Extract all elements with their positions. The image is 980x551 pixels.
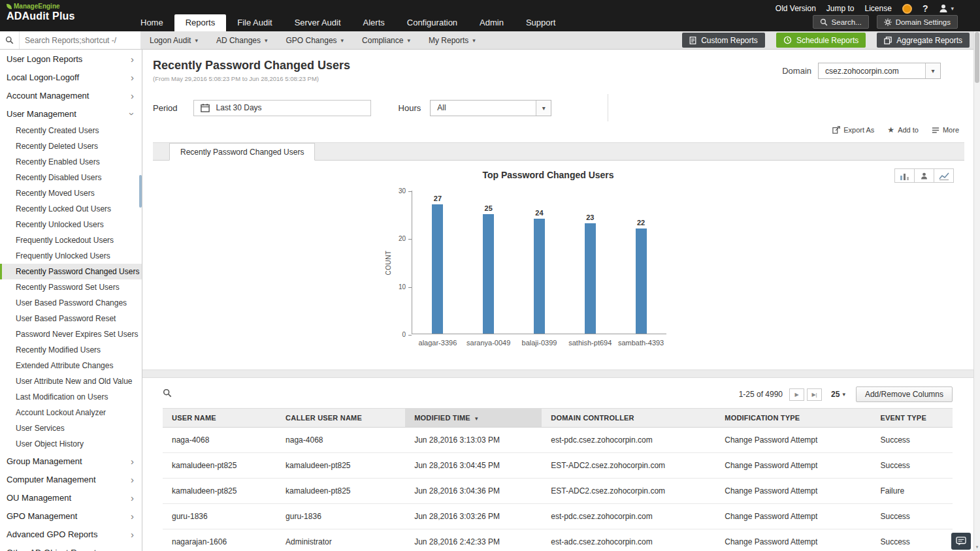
- summary-view-button[interactable]: [914, 168, 934, 183]
- custom-reports-button[interactable]: Custom Reports: [682, 33, 765, 48]
- chevron-down-icon: ▾: [341, 31, 344, 50]
- sidebar-item-user-object-history[interactable]: User Object History: [0, 436, 142, 452]
- chart-bar[interactable]: [483, 214, 494, 334]
- menu-logon-audit[interactable]: Logon Audit ▾: [140, 31, 207, 49]
- sidebar-group-gpo-management[interactable]: GPO Management ›: [0, 507, 142, 525]
- report-search-icon-box[interactable]: [0, 31, 20, 49]
- brand-line2: ADAudit Plus: [7, 10, 75, 22]
- group-label: GPO Management: [7, 511, 77, 521]
- filter-divider: [608, 94, 608, 121]
- sidebar-item-user-attribute-new-and-old-value[interactable]: User Attribute New and Old Value: [0, 373, 142, 389]
- nav-server-audit[interactable]: Server Audit: [284, 14, 352, 31]
- sidebar-item-password-never-expires-set-users[interactable]: Password Never Expires Set Users: [0, 326, 142, 342]
- sidebar-item-extended-attribute-changes[interactable]: Extended Attribute Changes: [0, 358, 142, 373]
- group-label: Account Management: [7, 91, 89, 101]
- last-page-button[interactable]: ▶|: [807, 388, 822, 401]
- sidebar-group-group-management[interactable]: Group Management ›: [0, 452, 142, 470]
- sidebar-item-recently-deleted-users[interactable]: Recently Deleted Users: [0, 138, 142, 154]
- more-link[interactable]: More: [932, 126, 959, 134]
- column-header-modification-type[interactable]: MODIFICATION TYPE: [715, 409, 871, 428]
- sidebar-item-account-lockout-analyzer[interactable]: Account Lockout Analyzer: [0, 405, 142, 420]
- sidebar-item-recently-moved-users[interactable]: Recently Moved Users: [0, 185, 142, 201]
- menu-compliance[interactable]: Compliance ▾: [353, 31, 419, 49]
- sidebar-group-user-logon-reports[interactable]: User Logon Reports ›: [0, 50, 142, 68]
- menu-my-reports[interactable]: My Reports ▾: [419, 31, 485, 49]
- column-header-modified-time[interactable]: MODIFIED TIME▾: [405, 409, 542, 428]
- sidebar-item-user-based-password-reset[interactable]: User Based Password Reset: [0, 311, 142, 326]
- sidebar-item-last-modification-on-users[interactable]: Last Modification on Users: [0, 389, 142, 405]
- license-link[interactable]: License: [865, 4, 892, 13]
- hours-filter: Hours All ▾: [399, 100, 552, 116]
- column-header-domain-controller[interactable]: DOMAIN CONTROLLER: [542, 409, 715, 428]
- page-scrollbar[interactable]: ▾: [973, 31, 980, 551]
- sidebar-group-computer-management[interactable]: Computer Management ›: [0, 470, 142, 488]
- sidebar-group-user-management[interactable]: User Management ›: [0, 104, 142, 123]
- chart-bar[interactable]: [585, 223, 596, 334]
- line-chart-view-button[interactable]: [934, 168, 954, 183]
- column-header-event-type[interactable]: EVENT TYPE: [871, 409, 953, 428]
- chart-y-axis: 0 10 20 30: [393, 191, 412, 334]
- column-header-user-name[interactable]: USER NAME: [163, 409, 276, 428]
- add-to-link[interactable]: ★ Add to: [887, 126, 919, 134]
- bar-chart-view-button[interactable]: [894, 168, 915, 183]
- nav-reports[interactable]: Reports: [174, 14, 227, 31]
- sidebar-item-recently-password-set-users[interactable]: Recently Password Set Users: [0, 279, 142, 295]
- period-picker[interactable]: Last 30 Days: [193, 100, 371, 116]
- sidebar-item-frequently-lockedout-users[interactable]: Frequently Lockedout Users: [0, 232, 142, 248]
- sidebar-group-local-logon-logoff[interactable]: Local Logon-Logoff ›: [0, 68, 142, 86]
- sidebar-item-recently-disabled-users[interactable]: Recently Disabled Users: [0, 170, 142, 185]
- nav-configuration[interactable]: Configuration: [396, 14, 468, 31]
- sidebar-item-recently-modified-users[interactable]: Recently Modified Users: [0, 342, 142, 358]
- sidebar-item-user-based-password-changes[interactable]: User Based Password Changes: [0, 295, 142, 311]
- user-menu[interactable]: ▾: [938, 3, 954, 14]
- chart-bar[interactable]: [534, 219, 545, 334]
- global-search-button[interactable]: Search...: [813, 15, 869, 29]
- tab-recently-password-changed-users[interactable]: Recently Password Changed Users: [169, 143, 315, 161]
- old-version-link[interactable]: Old Version: [776, 4, 816, 13]
- nav-admin[interactable]: Admin: [468, 14, 515, 31]
- hours-select[interactable]: All ▾: [430, 100, 551, 116]
- sidebar-item-recently-created-users[interactable]: Recently Created Users: [0, 123, 142, 138]
- sidebar-item-recently-password-changed-users[interactable]: Recently Password Changed Users: [0, 264, 142, 279]
- sidebar-item-recently-unlocked-users[interactable]: Recently Unlocked Users: [0, 217, 142, 232]
- schedule-reports-button[interactable]: Schedule Reports: [776, 33, 866, 48]
- cell-modified-time: Jun 28,2016 3:13:03 PM: [405, 428, 542, 453]
- app-logo[interactable]: ManageEngine ADAudit Plus: [7, 3, 75, 22]
- sidebar-item-frequently-unlocked-users[interactable]: Frequently Unlocked Users: [0, 248, 142, 264]
- sidebar-item-recently-locked-out-users[interactable]: Recently Locked Out Users: [0, 201, 142, 217]
- chevron-right-icon: ›: [131, 54, 134, 64]
- topbar-links: Old Version Jump to License ? ▾: [776, 3, 954, 14]
- nav-alerts[interactable]: Alerts: [352, 14, 396, 31]
- menu-gpo-changes[interactable]: GPO Changes ▾: [277, 31, 353, 49]
- page-size-select[interactable]: 25 ▾: [831, 390, 845, 399]
- export-as-link[interactable]: Export As: [832, 126, 874, 134]
- chart-bar[interactable]: [636, 228, 647, 334]
- sidebar-item-user-services[interactable]: User Services: [0, 420, 142, 436]
- chart-bar[interactable]: [432, 204, 443, 334]
- help-icon[interactable]: ?: [923, 3, 928, 14]
- sidebar-group-advanced-gpo-reports[interactable]: Advanced GPO Reports ›: [0, 525, 142, 543]
- aggregate-reports-button[interactable]: Aggregate Reports: [877, 33, 970, 48]
- feedback-icon[interactable]: [902, 4, 912, 14]
- sidebar-item-recently-enabled-users[interactable]: Recently Enabled Users: [0, 154, 142, 170]
- domain-settings-button[interactable]: Domain Settings: [877, 15, 958, 29]
- group-label: Local Logon-Logoff: [7, 72, 79, 82]
- domain-select[interactable]: csez.zohocorpin.com ▾: [818, 63, 941, 79]
- nav-support[interactable]: Support: [515, 14, 567, 31]
- report-search-input[interactable]: [20, 31, 140, 49]
- sidebar-group-ou-management[interactable]: OU Management ›: [0, 488, 142, 507]
- nav-home[interactable]: Home: [129, 14, 174, 31]
- sidebar-group-account-management[interactable]: Account Management ›: [0, 86, 142, 104]
- sidebar-scrollbar[interactable]: [139, 175, 142, 208]
- menu-ad-changes[interactable]: AD Changes ▾: [207, 31, 277, 49]
- scroll-down-arrow[interactable]: ▾: [974, 543, 980, 551]
- next-page-button[interactable]: ▶: [789, 388, 804, 401]
- chat-feedback-button[interactable]: [951, 533, 971, 550]
- column-header-caller-user-name[interactable]: CALLER USER NAME: [276, 409, 405, 428]
- nav-file-audit[interactable]: File Audit: [226, 14, 283, 31]
- jump-to-link[interactable]: Jump to: [826, 4, 855, 13]
- add-remove-columns-button[interactable]: Add/Remove Columns: [856, 386, 953, 402]
- sidebar-group-other-ad-object-reports[interactable]: Other AD Object Reports ›: [0, 543, 142, 551]
- table-search-button[interactable]: [163, 388, 172, 400]
- scrollbar-thumb[interactable]: [975, 32, 979, 83]
